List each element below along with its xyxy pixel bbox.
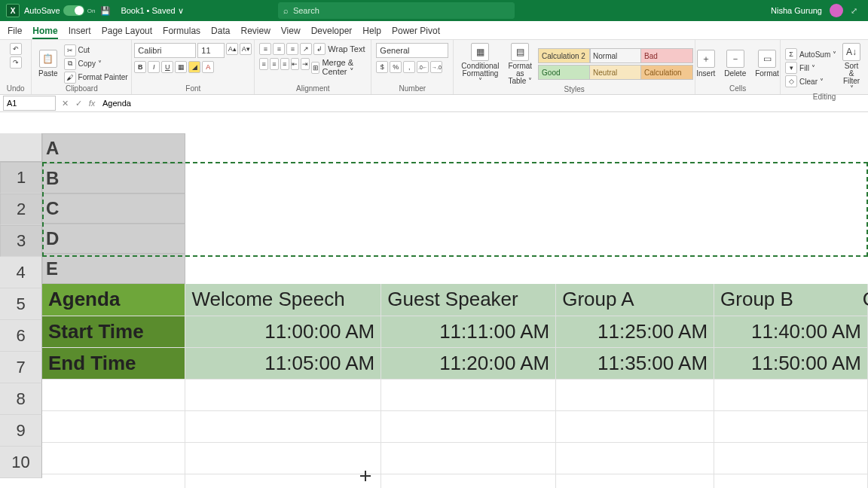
tab-page-layout[interactable]: Page Layout xyxy=(102,26,152,39)
cell-a5[interactable] xyxy=(42,410,185,442)
col-header-e[interactable]: E xyxy=(42,254,185,284)
avatar[interactable] xyxy=(830,4,843,17)
row-header-3[interactable]: 3 xyxy=(0,225,42,257)
italic-button[interactable]: I xyxy=(148,61,160,73)
cell-style-neutral[interactable]: Neutral xyxy=(589,65,642,80)
cell-style-calc2[interactable]: Calculation 2 xyxy=(538,48,591,63)
tab-home[interactable]: Home xyxy=(32,26,57,39)
merge-center-button[interactable]: ⊞Merge & Center ˅ xyxy=(311,58,366,77)
cell-style-bad[interactable]: Bad xyxy=(640,48,693,63)
name-box[interactable]: A1 xyxy=(3,96,56,111)
cell-a4[interactable] xyxy=(42,379,185,410)
cell-a7[interactable] xyxy=(42,474,185,488)
cell-e3[interactable]: 11:50:00 AM xyxy=(714,347,868,379)
number-format-select[interactable]: General xyxy=(376,43,448,58)
copy-button[interactable]: ⧉Copy ˅ xyxy=(64,58,128,70)
cell-a6[interactable] xyxy=(42,442,185,474)
row-header-10[interactable]: 10 xyxy=(0,447,42,478)
autosave-toggle[interactable]: AutoSave On xyxy=(24,5,95,16)
cell-d3[interactable]: 11:35:00 AM xyxy=(556,347,714,379)
increase-font-button[interactable]: A▴ xyxy=(226,43,238,55)
cell-style-normal[interactable]: Normal xyxy=(589,48,642,63)
tab-insert[interactable]: Insert xyxy=(69,26,91,39)
fill-color-button[interactable]: ◢ xyxy=(188,61,200,73)
cell-b2[interactable]: 11:00:00 AM xyxy=(185,316,381,347)
fx-button[interactable]: fx xyxy=(86,99,98,108)
cell-d7[interactable] xyxy=(556,474,714,488)
cell-c6[interactable] xyxy=(381,442,556,474)
cell-d5[interactable] xyxy=(556,410,714,442)
enter-formula-button[interactable]: ✓ xyxy=(72,99,84,108)
conditional-formatting-button[interactable]: ▦Conditional Formatting ˅ xyxy=(458,43,502,85)
align-bottom-button[interactable]: ≡ xyxy=(286,43,298,55)
spreadsheet[interactable]: 1 2 3 4 5 6 7 8 9 10 A B C D E Agenda We… xyxy=(0,133,868,488)
col-header-d[interactable]: D xyxy=(42,224,185,254)
toggle-pill-icon[interactable] xyxy=(63,5,84,16)
cell-c4[interactable] xyxy=(381,379,556,410)
align-top-button[interactable]: ≡ xyxy=(259,43,271,55)
cell-style-calculation[interactable]: Calculation xyxy=(640,65,693,80)
cell-d2[interactable]: 11:25:00 AM xyxy=(556,316,714,347)
select-all-corner[interactable] xyxy=(0,133,42,162)
row-header-4[interactable]: 4 xyxy=(0,257,42,288)
clear-button[interactable]: ◇Clear ˅ xyxy=(785,75,836,87)
cell-b6[interactable] xyxy=(185,442,381,474)
sort-filter-button[interactable]: A↓Sort & Filter ˅ xyxy=(839,43,863,93)
delete-cells-button[interactable]: －Delete xyxy=(721,50,749,78)
cell-d1[interactable]: Group A xyxy=(556,284,714,316)
cell-c5[interactable] xyxy=(381,410,556,442)
tab-formulas[interactable]: Formulas xyxy=(163,26,200,39)
tab-file[interactable]: File xyxy=(8,26,22,39)
col-header-c[interactable]: C xyxy=(42,194,185,224)
redo-button[interactable]: ↷ xyxy=(10,56,22,69)
wrap-text-button[interactable]: ↲Wrap Text xyxy=(313,43,365,55)
font-color-button[interactable]: A xyxy=(202,61,214,73)
cell-a1[interactable]: Agenda xyxy=(42,284,185,316)
align-right-button[interactable]: ≡ xyxy=(280,58,289,70)
cell-d6[interactable] xyxy=(556,442,714,474)
document-title[interactable]: Book1 • Saved ∨ xyxy=(121,6,183,16)
cell-e1[interactable]: Group BG xyxy=(714,284,868,316)
cell-d4[interactable] xyxy=(556,379,714,410)
search-input[interactable]: ⌕ Search xyxy=(278,2,515,19)
cell-e2[interactable]: 11:40:00 AM xyxy=(714,316,868,347)
paste-button[interactable]: 📋Paste xyxy=(35,50,61,78)
save-icon[interactable]: 💾 xyxy=(99,5,112,17)
undo-button[interactable]: ↶ xyxy=(10,43,22,55)
cell-a2[interactable]: Start Time xyxy=(42,316,185,347)
ribbon-display-icon[interactable]: ⤢ xyxy=(851,6,857,16)
formula-input[interactable]: Agenda xyxy=(98,99,868,108)
comma-button[interactable]: , xyxy=(403,61,415,73)
increase-decimal-button[interactable]: .0← xyxy=(417,61,429,73)
align-left-button[interactable]: ≡ xyxy=(259,58,268,70)
cell-e5[interactable] xyxy=(714,410,868,442)
cut-button[interactable]: ✂Cut xyxy=(64,44,128,56)
orientation-button[interactable]: ↗ xyxy=(300,43,312,55)
cell-b3[interactable]: 11:05:00 AM xyxy=(185,347,381,379)
cell-c3[interactable]: 11:20:00 AM xyxy=(381,347,556,379)
cell-e4[interactable] xyxy=(714,379,868,410)
percent-button[interactable]: % xyxy=(390,61,402,73)
cell-b7[interactable] xyxy=(185,474,381,488)
fill-button[interactable]: ▾Fill ˅ xyxy=(785,62,836,74)
insert-cells-button[interactable]: ＋Insert xyxy=(693,50,718,78)
row-header-7[interactable]: 7 xyxy=(0,352,42,383)
tab-power-pivot[interactable]: Power Pivot xyxy=(392,26,440,39)
row-header-9[interactable]: 9 xyxy=(0,415,42,447)
tab-review[interactable]: Review xyxy=(240,26,270,39)
borders-button[interactable]: ▦ xyxy=(175,61,187,73)
col-header-b[interactable]: B xyxy=(42,163,185,194)
cell-c2[interactable]: 11:11:00 AM xyxy=(381,316,556,347)
format-cells-button[interactable]: ▭Format xyxy=(752,50,782,78)
cell-style-good[interactable]: Good xyxy=(538,65,591,80)
cell-e7[interactable] xyxy=(714,474,868,488)
cancel-formula-button[interactable]: ✕ xyxy=(59,99,71,108)
format-as-table-button[interactable]: ▤Format as Table ˅ xyxy=(505,43,535,85)
autosum-button[interactable]: ΣAutoSum ˅ xyxy=(785,48,836,60)
font-family-select[interactable]: Calibri xyxy=(134,43,196,58)
tab-view[interactable]: View xyxy=(281,26,301,39)
cell-c1[interactable]: Guest Speaker xyxy=(381,284,556,316)
cell-c7[interactable] xyxy=(381,474,556,488)
row-header-5[interactable]: 5 xyxy=(0,288,42,320)
align-center-button[interactable]: ≡ xyxy=(270,58,279,70)
